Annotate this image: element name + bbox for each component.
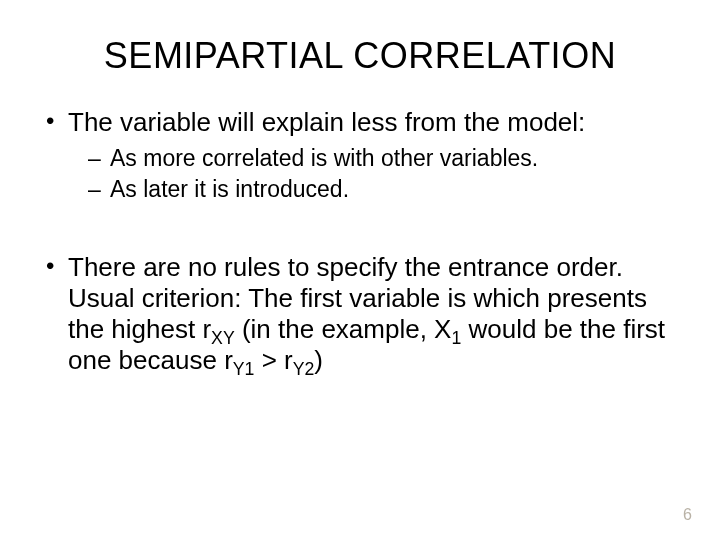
slide-title: SEMIPARTIAL CORRELATION [40, 35, 680, 77]
bullet-2-mid1: (in the example, X [235, 314, 452, 344]
bullet-1: The variable will explain less from the … [40, 107, 680, 204]
subscript-y1: Y1 [233, 359, 255, 379]
spacer [40, 222, 680, 252]
bullet-1b: As later it is introduced. [88, 175, 680, 204]
subscript-y2: Y2 [293, 359, 315, 379]
slide: SEMIPARTIAL CORRELATION The variable wil… [0, 0, 720, 540]
bullet-list: The variable will explain less from the … [40, 107, 680, 204]
bullet-1a: As more correlated is with other variabl… [88, 144, 680, 173]
subscript-1: 1 [451, 328, 461, 348]
sub-list: As more correlated is with other variabl… [88, 144, 680, 204]
bullet-1-text: The variable will explain less from the … [68, 107, 585, 137]
page-number: 6 [683, 506, 692, 524]
bullet-2-end: ) [314, 345, 323, 375]
bullet-2: There are no rules to specify the entran… [40, 252, 680, 377]
bullet-list-2: There are no rules to specify the entran… [40, 252, 680, 377]
bullet-2-mid3: > r [254, 345, 292, 375]
